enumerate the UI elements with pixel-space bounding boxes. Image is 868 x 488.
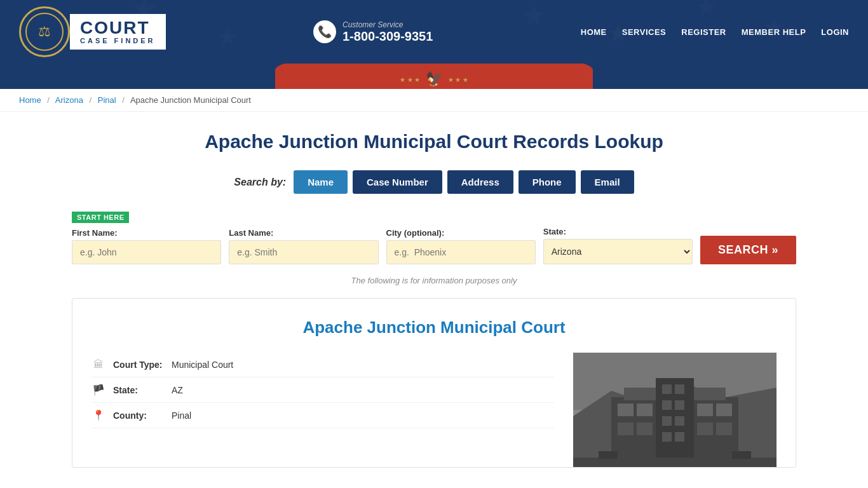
state-select[interactable]: Alabama Alaska Arizona Arkansas Californ…	[543, 239, 693, 264]
svg-text:★: ★	[521, 0, 546, 32]
phone-number: 1-800-309-9351	[342, 29, 433, 44]
svg-rect-30	[599, 451, 618, 459]
court-type-label: Court Type:	[113, 360, 164, 370]
svg-rect-26	[716, 403, 732, 416]
stars-right: ★ ★ ★	[448, 76, 469, 83]
breadcrumb: Home / Arizona / Pinal / Apache Junction…	[0, 89, 868, 112]
nav-home[interactable]: HOME	[581, 27, 607, 37]
city-input[interactable]	[386, 240, 536, 264]
logo-circle: ⚖	[19, 6, 70, 57]
breadcrumb-sep-1: /	[47, 95, 50, 105]
detail-county: 📍 County: Pinal	[92, 403, 554, 428]
detail-court-type: 🏛 Court Type: Municipal Court	[92, 353, 554, 377]
state-label: State:	[543, 227, 693, 236]
main-nav: HOME SERVICES REGISTER MEMBER HELP LOGIN	[581, 27, 849, 37]
main-content: Apache Junction Municipal Court Records …	[53, 112, 815, 468]
city-label: City (optional):	[386, 228, 536, 238]
site-logo[interactable]: ⚖ COURT CASE FINDER	[19, 6, 166, 57]
breadcrumb-current: Apache Junction Municipal Court	[130, 95, 251, 105]
stars-left: ★ ★ ★	[400, 76, 421, 83]
nav-services[interactable]: SERVICES	[622, 27, 667, 37]
nav-register[interactable]: REGISTER	[681, 27, 726, 37]
detail-state: 🏴 State: AZ	[92, 377, 554, 403]
breadcrumb-home[interactable]: Home	[19, 95, 41, 105]
phone-icon: 📞	[313, 20, 336, 43]
state-flag-icon: 🏴	[92, 384, 105, 396]
last-name-group: Last Name:	[229, 228, 378, 264]
search-form: First Name: Last Name: City (optional): …	[72, 227, 796, 264]
svg-rect-22	[675, 416, 684, 426]
last-name-input[interactable]	[229, 240, 378, 264]
court-image-area	[573, 353, 776, 467]
phone-details: Customer Service 1-800-309-9351	[342, 20, 433, 44]
logo-emblem: ⚖	[25, 13, 64, 51]
location-icon: 📍	[92, 409, 105, 421]
patriotic-banner: ★ ★ ★ 🦅 ★ ★ ★	[0, 64, 868, 89]
city-group: City (optional):	[386, 228, 536, 264]
svg-rect-14	[618, 423, 634, 435]
eagle-icon: 🦅	[426, 71, 443, 88]
svg-rect-25	[697, 403, 713, 416]
last-name-label: Last Name:	[229, 228, 378, 238]
state-value: AZ	[172, 385, 183, 395]
logo-text-block: COURT CASE FINDER	[70, 14, 166, 50]
search-form-area: START HERE First Name: Last Name: City (…	[72, 205, 796, 264]
info-text: The following is for information purpose…	[72, 276, 796, 285]
nav-member-help[interactable]: MEMBER HELP	[742, 27, 806, 37]
court-type-value: Municipal Court	[172, 360, 233, 370]
phone-area: 📞 Customer Service 1-800-309-9351	[313, 20, 433, 44]
breadcrumb-state[interactable]: Arizona	[55, 95, 83, 105]
search-by-label: Search by:	[234, 177, 286, 188]
breadcrumb-sep-3: /	[122, 95, 125, 105]
tab-case-number[interactable]: Case Number	[353, 170, 442, 194]
svg-text:★: ★	[217, 24, 237, 49]
first-name-group: First Name:	[72, 228, 221, 264]
svg-rect-28	[716, 423, 732, 435]
site-header: ★ ★ ★ ★ ★ ★ ★ ⚖ COURT CASE FINDER 📞 Cust…	[0, 0, 868, 64]
svg-rect-23	[662, 432, 672, 442]
svg-rect-18	[675, 384, 684, 394]
search-by-row: Search by: Name Case Number Address Phon…	[72, 170, 796, 194]
search-button[interactable]: SEARCH »	[700, 236, 796, 264]
eagle-area: ★ ★ ★ 🦅 ★ ★ ★	[400, 71, 468, 88]
breadcrumb-sep-2: /	[90, 95, 92, 105]
svg-rect-12	[618, 403, 634, 416]
svg-rect-15	[637, 423, 653, 435]
breadcrumb-county[interactable]: Pinal	[98, 95, 116, 105]
court-building-image	[573, 353, 776, 467]
svg-rect-20	[675, 400, 684, 410]
svg-rect-31	[732, 451, 751, 459]
start-here-badge: START HERE	[72, 212, 129, 223]
county-value: Pinal	[172, 410, 191, 421]
court-details-left: 🏛 Court Type: Municipal Court 🏴 State: A…	[92, 353, 554, 467]
svg-rect-29	[573, 458, 776, 467]
courthouse-icon: 🏛	[92, 359, 105, 370]
customer-service-label: Customer Service	[342, 20, 433, 29]
state-label-field: State:	[113, 385, 164, 395]
tab-email[interactable]: Email	[581, 170, 634, 194]
first-name-input[interactable]	[72, 240, 221, 264]
svg-text:★: ★	[695, 0, 719, 22]
court-card-title: Apache Junction Municipal Court	[92, 318, 776, 337]
county-label: County:	[113, 410, 164, 421]
svg-rect-24	[675, 432, 684, 442]
svg-rect-19	[662, 400, 672, 410]
svg-rect-27	[697, 423, 713, 435]
tab-name[interactable]: Name	[294, 170, 348, 194]
first-name-label: First Name:	[72, 228, 221, 238]
page-title: Apache Junction Municipal Court Records …	[72, 131, 796, 152]
svg-rect-21	[662, 416, 672, 426]
logo-court-text: COURT	[80, 19, 156, 37]
tab-phone[interactable]: Phone	[519, 170, 576, 194]
court-card: Apache Junction Municipal Court 🏛 Court …	[72, 298, 796, 468]
logo-casefinder-text: CASE FINDER	[80, 37, 156, 44]
tab-address[interactable]: Address	[447, 170, 513, 194]
court-details-row: 🏛 Court Type: Municipal Court 🏴 State: A…	[92, 353, 776, 467]
nav-login[interactable]: LOGIN	[821, 27, 849, 37]
state-group: State: Alabama Alaska Arizona Arkansas C…	[543, 227, 693, 264]
svg-rect-17	[662, 384, 672, 394]
svg-rect-13	[637, 403, 653, 416]
